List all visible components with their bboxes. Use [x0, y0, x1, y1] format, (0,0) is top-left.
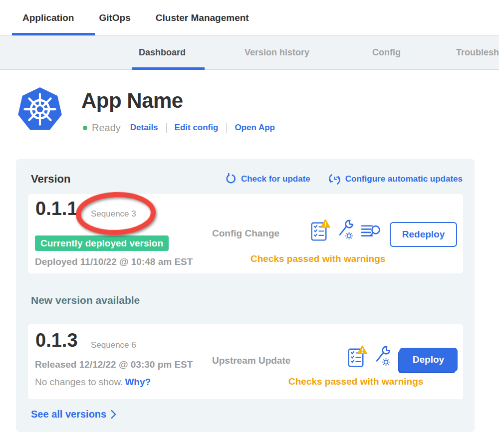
available-version-icons — [347, 345, 391, 368]
wrench-gear-icon[interactable] — [337, 219, 354, 240]
checks-status-text: Checks passed with warnings — [250, 253, 385, 264]
divider — [166, 123, 167, 133]
sub-nav: Dashboard Version history Config Trouble… — [0, 35, 499, 70]
available-version-number: 0.1.3 — [35, 330, 78, 351]
tab-config[interactable]: Config — [372, 36, 401, 69]
no-changes-text: No changes to show.Why? — [35, 377, 151, 388]
preflight-checks-icon[interactable] — [347, 345, 367, 368]
redeploy-button[interactable]: Redeploy — [390, 222, 457, 247]
deploy-button[interactable]: Deploy — [399, 348, 458, 372]
tab-version-history[interactable]: Version history — [245, 36, 309, 69]
divider — [226, 123, 227, 133]
version-card-header: Version Check for update — [31, 173, 463, 186]
available-version-sequence: Sequence 6 — [91, 340, 136, 350]
configure-automatic-updates-label: Configure automatic updates — [345, 174, 463, 184]
view-diff-icon[interactable] — [361, 224, 381, 240]
kubernetes-logo — [17, 86, 62, 134]
current-version-number: 0.1.1 — [35, 198, 78, 220]
open-app-link[interactable]: Open App — [235, 123, 275, 133]
current-version-sequence: Sequence 3 — [91, 209, 136, 219]
check-for-update-link[interactable]: Check for update — [225, 173, 310, 185]
currently-deployed-badge: Currently deployed version — [35, 235, 169, 251]
chevron-right-icon — [111, 410, 116, 419]
status-badge: Ready — [92, 122, 121, 134]
see-all-versions-link[interactable]: See all versions — [31, 409, 116, 420]
app-status-row: Ready Details Edit config Open App — [83, 121, 275, 134]
checks-status-text: Checks passed with warnings — [288, 376, 423, 387]
top-tabs: Application GitOps Cluster Management — [0, 0, 499, 35]
wrench-gear-icon[interactable] — [374, 345, 391, 366]
status-dot — [83, 126, 87, 130]
tab-gitops[interactable]: GitOps — [99, 12, 130, 23]
why-link[interactable]: Why? — [125, 377, 151, 388]
current-version-row: 0.1.1 Sequence 3 Currently deployed vers… — [28, 194, 463, 273]
new-version-heading: New version available — [31, 294, 140, 306]
tab-cluster-management[interactable]: Cluster Management — [156, 12, 249, 23]
released-timestamp: Released 12/12/22 @ 03:30 pm EST — [35, 359, 193, 370]
edit-config-link[interactable]: Edit config — [175, 123, 219, 133]
deployed-timestamp: Deployed 11/10/22 @ 10:48 am EST — [35, 256, 193, 267]
schedule-refresh-icon — [328, 173, 341, 186]
details-link[interactable]: Details — [130, 123, 158, 133]
page-title: App Name — [81, 89, 183, 113]
current-version-icons — [310, 219, 381, 241]
configure-automatic-updates-link[interactable]: Configure automatic updates — [328, 173, 463, 186]
preflight-checks-icon[interactable] — [310, 219, 330, 241]
version-source-label: Upstream Update — [212, 355, 290, 366]
top-nav: Application GitOps Cluster Management — [0, 0, 499, 35]
version-card-title: Version — [31, 173, 70, 186]
tab-dashboard[interactable]: Dashboard — [139, 36, 186, 69]
refresh-icon — [225, 173, 237, 185]
active-subtab-underline — [132, 67, 205, 70]
version-card-actions: Check for update Configure automatic upd… — [225, 173, 463, 186]
page: Application GitOps Cluster Management Da… — [0, 0, 499, 448]
tab-application[interactable]: Application — [22, 12, 74, 23]
version-source-label: Config Change — [212, 228, 279, 239]
available-version-row: 0.1.3 Sequence 6 Released 12/12/22 @ 03:… — [28, 324, 463, 399]
version-card: Version Check for update — [16, 159, 475, 432]
tab-troubleshoot[interactable]: Troubleshoot — [456, 36, 499, 69]
no-changes-label: No changes to show. — [35, 377, 123, 387]
see-all-versions-label: See all versions — [31, 409, 106, 420]
check-for-update-label: Check for update — [241, 174, 310, 184]
